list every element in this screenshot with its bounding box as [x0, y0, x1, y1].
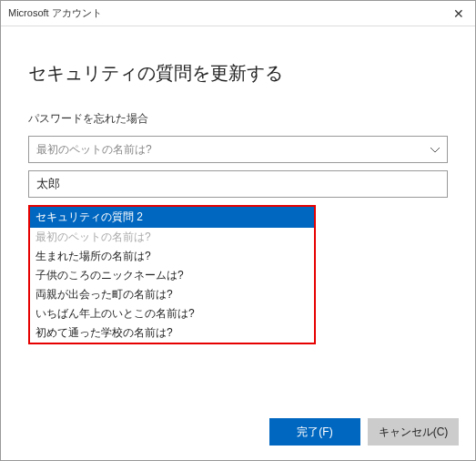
titlebar: Microsoft アカウント ✕ — [1, 1, 475, 26]
cancel-button[interactable]: キャンセル(C) — [368, 418, 459, 446]
content-area: セキュリティの質問を更新する パスワードを忘れた場合 最初のペットの名前は? セ… — [1, 26, 475, 344]
select-placeholder: 最初のペットの名前は? — [36, 142, 430, 158]
window-title: Microsoft アカウント — [8, 6, 442, 20]
button-row: 完了(F) キャンセル(C) — [269, 418, 459, 446]
page-title: セキュリティの質問を更新する — [28, 61, 448, 86]
dropdown-option[interactable]: 子供のころのニックネームは? — [30, 266, 314, 285]
finish-button[interactable]: 完了(F) — [269, 418, 360, 446]
dropdown-option[interactable]: 両親が出会った町の名前は? — [30, 285, 314, 304]
dropdown-option-disabled: 最初のペットの名前は? — [30, 228, 314, 247]
dropdown-option[interactable]: 生まれた場所の名前は? — [30, 247, 314, 266]
subheading: パスワードを忘れた場合 — [28, 111, 448, 127]
chevron-down-icon — [430, 145, 440, 155]
security-question-2-dropdown[interactable]: セキュリティの質問 2 最初のペットの名前は? 生まれた場所の名前は? 子供のこ… — [28, 205, 316, 344]
answer-1-input[interactable] — [28, 170, 448, 198]
dropdown-header[interactable]: セキュリティの質問 2 — [30, 207, 314, 228]
dropdown-option[interactable]: いちばん年上のいとこの名前は? — [30, 304, 314, 323]
close-icon[interactable]: ✕ — [442, 1, 475, 26]
security-question-1-select[interactable]: 最初のペットの名前は? — [28, 136, 448, 163]
dropdown-option[interactable]: 初めて通った学校の名前は? — [30, 323, 314, 343]
